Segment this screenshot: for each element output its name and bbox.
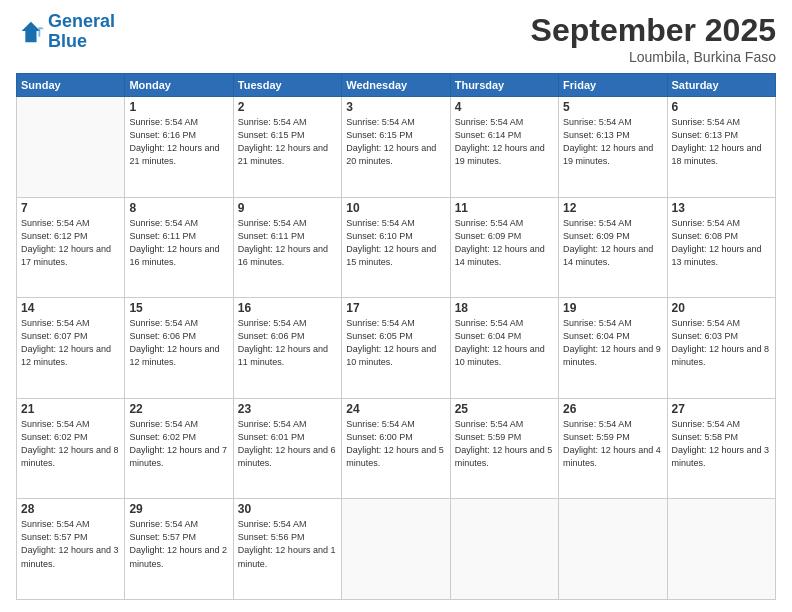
day-number: 20 [672, 301, 771, 315]
day-info: Sunrise: 5:54 AM Sunset: 6:02 PM Dayligh… [21, 418, 120, 470]
calendar-cell: 8Sunrise: 5:54 AM Sunset: 6:11 PM Daylig… [125, 197, 233, 298]
calendar-cell [667, 499, 775, 600]
col-tuesday: Tuesday [233, 74, 341, 97]
calendar-cell: 27Sunrise: 5:54 AM Sunset: 5:58 PM Dayli… [667, 398, 775, 499]
svg-marker-0 [22, 22, 41, 43]
calendar-cell: 30Sunrise: 5:54 AM Sunset: 5:56 PM Dayli… [233, 499, 341, 600]
day-number: 14 [21, 301, 120, 315]
day-info: Sunrise: 5:54 AM Sunset: 6:01 PM Dayligh… [238, 418, 337, 470]
calendar-week-row: 28Sunrise: 5:54 AM Sunset: 5:57 PM Dayli… [17, 499, 776, 600]
day-info: Sunrise: 5:54 AM Sunset: 6:15 PM Dayligh… [346, 116, 445, 168]
col-friday: Friday [559, 74, 667, 97]
calendar-cell: 9Sunrise: 5:54 AM Sunset: 6:11 PM Daylig… [233, 197, 341, 298]
day-number: 23 [238, 402, 337, 416]
day-number: 24 [346, 402, 445, 416]
day-info: Sunrise: 5:54 AM Sunset: 6:08 PM Dayligh… [672, 217, 771, 269]
calendar-cell: 4Sunrise: 5:54 AM Sunset: 6:14 PM Daylig… [450, 97, 558, 198]
logo-text: General Blue [48, 12, 115, 52]
day-number: 22 [129, 402, 228, 416]
logo-line1: General [48, 11, 115, 31]
day-number: 12 [563, 201, 662, 215]
title-location: Loumbila, Burkina Faso [531, 49, 776, 65]
calendar-cell: 13Sunrise: 5:54 AM Sunset: 6:08 PM Dayli… [667, 197, 775, 298]
col-sunday: Sunday [17, 74, 125, 97]
day-info: Sunrise: 5:54 AM Sunset: 6:04 PM Dayligh… [563, 317, 662, 369]
col-thursday: Thursday [450, 74, 558, 97]
calendar-header-row: Sunday Monday Tuesday Wednesday Thursday… [17, 74, 776, 97]
calendar-cell: 24Sunrise: 5:54 AM Sunset: 6:00 PM Dayli… [342, 398, 450, 499]
calendar-cell [450, 499, 558, 600]
calendar-cell: 1Sunrise: 5:54 AM Sunset: 6:16 PM Daylig… [125, 97, 233, 198]
calendar-cell: 25Sunrise: 5:54 AM Sunset: 5:59 PM Dayli… [450, 398, 558, 499]
calendar-cell: 23Sunrise: 5:54 AM Sunset: 6:01 PM Dayli… [233, 398, 341, 499]
day-info: Sunrise: 5:54 AM Sunset: 5:56 PM Dayligh… [238, 518, 337, 570]
calendar-cell: 7Sunrise: 5:54 AM Sunset: 6:12 PM Daylig… [17, 197, 125, 298]
day-number: 21 [21, 402, 120, 416]
day-number: 28 [21, 502, 120, 516]
day-info: Sunrise: 5:54 AM Sunset: 6:07 PM Dayligh… [21, 317, 120, 369]
day-info: Sunrise: 5:54 AM Sunset: 6:13 PM Dayligh… [563, 116, 662, 168]
calendar-cell: 19Sunrise: 5:54 AM Sunset: 6:04 PM Dayli… [559, 298, 667, 399]
day-number: 15 [129, 301, 228, 315]
day-number: 8 [129, 201, 228, 215]
calendar-week-row: 1Sunrise: 5:54 AM Sunset: 6:16 PM Daylig… [17, 97, 776, 198]
calendar-cell: 18Sunrise: 5:54 AM Sunset: 6:04 PM Dayli… [450, 298, 558, 399]
day-number: 9 [238, 201, 337, 215]
title-block: September 2025 Loumbila, Burkina Faso [531, 12, 776, 65]
calendar-cell: 10Sunrise: 5:54 AM Sunset: 6:10 PM Dayli… [342, 197, 450, 298]
col-wednesday: Wednesday [342, 74, 450, 97]
logo-icon [16, 18, 44, 46]
calendar-cell [17, 97, 125, 198]
day-info: Sunrise: 5:54 AM Sunset: 6:05 PM Dayligh… [346, 317, 445, 369]
calendar-cell [559, 499, 667, 600]
day-number: 19 [563, 301, 662, 315]
day-info: Sunrise: 5:54 AM Sunset: 6:13 PM Dayligh… [672, 116, 771, 168]
calendar-cell: 21Sunrise: 5:54 AM Sunset: 6:02 PM Dayli… [17, 398, 125, 499]
calendar-cell: 15Sunrise: 5:54 AM Sunset: 6:06 PM Dayli… [125, 298, 233, 399]
day-number: 18 [455, 301, 554, 315]
day-info: Sunrise: 5:54 AM Sunset: 6:00 PM Dayligh… [346, 418, 445, 470]
calendar-cell: 22Sunrise: 5:54 AM Sunset: 6:02 PM Dayli… [125, 398, 233, 499]
day-number: 29 [129, 502, 228, 516]
day-info: Sunrise: 5:54 AM Sunset: 6:12 PM Dayligh… [21, 217, 120, 269]
day-info: Sunrise: 5:54 AM Sunset: 6:09 PM Dayligh… [563, 217, 662, 269]
calendar-cell: 11Sunrise: 5:54 AM Sunset: 6:09 PM Dayli… [450, 197, 558, 298]
day-number: 10 [346, 201, 445, 215]
calendar-cell: 17Sunrise: 5:54 AM Sunset: 6:05 PM Dayli… [342, 298, 450, 399]
calendar-cell: 26Sunrise: 5:54 AM Sunset: 5:59 PM Dayli… [559, 398, 667, 499]
day-number: 1 [129, 100, 228, 114]
logo-line2: Blue [48, 31, 87, 51]
header: General Blue September 2025 Loumbila, Bu… [16, 12, 776, 65]
day-number: 13 [672, 201, 771, 215]
calendar-table: Sunday Monday Tuesday Wednesday Thursday… [16, 73, 776, 600]
day-info: Sunrise: 5:54 AM Sunset: 6:11 PM Dayligh… [129, 217, 228, 269]
day-number: 6 [672, 100, 771, 114]
day-info: Sunrise: 5:54 AM Sunset: 5:57 PM Dayligh… [21, 518, 120, 570]
calendar-cell: 3Sunrise: 5:54 AM Sunset: 6:15 PM Daylig… [342, 97, 450, 198]
day-number: 16 [238, 301, 337, 315]
calendar-cell: 6Sunrise: 5:54 AM Sunset: 6:13 PM Daylig… [667, 97, 775, 198]
calendar-cell: 20Sunrise: 5:54 AM Sunset: 6:03 PM Dayli… [667, 298, 775, 399]
day-info: Sunrise: 5:54 AM Sunset: 6:03 PM Dayligh… [672, 317, 771, 369]
day-number: 7 [21, 201, 120, 215]
day-number: 2 [238, 100, 337, 114]
page: General Blue September 2025 Loumbila, Bu… [0, 0, 792, 612]
day-number: 26 [563, 402, 662, 416]
calendar-week-row: 21Sunrise: 5:54 AM Sunset: 6:02 PM Dayli… [17, 398, 776, 499]
calendar-cell: 14Sunrise: 5:54 AM Sunset: 6:07 PM Dayli… [17, 298, 125, 399]
day-info: Sunrise: 5:54 AM Sunset: 5:59 PM Dayligh… [563, 418, 662, 470]
calendar-week-row: 14Sunrise: 5:54 AM Sunset: 6:07 PM Dayli… [17, 298, 776, 399]
day-info: Sunrise: 5:54 AM Sunset: 5:59 PM Dayligh… [455, 418, 554, 470]
day-info: Sunrise: 5:54 AM Sunset: 6:10 PM Dayligh… [346, 217, 445, 269]
day-info: Sunrise: 5:54 AM Sunset: 5:58 PM Dayligh… [672, 418, 771, 470]
col-saturday: Saturday [667, 74, 775, 97]
day-info: Sunrise: 5:54 AM Sunset: 6:06 PM Dayligh… [238, 317, 337, 369]
calendar-cell: 5Sunrise: 5:54 AM Sunset: 6:13 PM Daylig… [559, 97, 667, 198]
day-number: 11 [455, 201, 554, 215]
day-number: 17 [346, 301, 445, 315]
day-info: Sunrise: 5:54 AM Sunset: 6:02 PM Dayligh… [129, 418, 228, 470]
calendar-cell: 16Sunrise: 5:54 AM Sunset: 6:06 PM Dayli… [233, 298, 341, 399]
calendar-cell: 2Sunrise: 5:54 AM Sunset: 6:15 PM Daylig… [233, 97, 341, 198]
calendar-week-row: 7Sunrise: 5:54 AM Sunset: 6:12 PM Daylig… [17, 197, 776, 298]
calendar-cell: 29Sunrise: 5:54 AM Sunset: 5:57 PM Dayli… [125, 499, 233, 600]
